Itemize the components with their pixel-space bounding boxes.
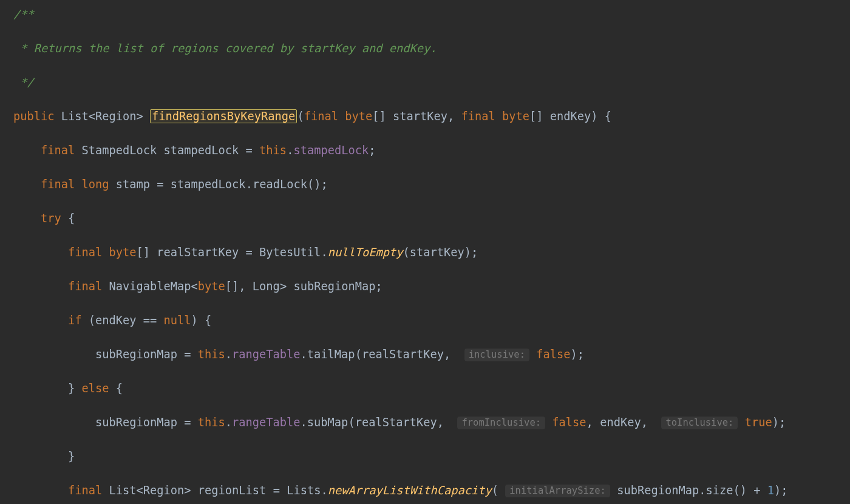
- method-name-highlight: findRegionsByKeyRange: [150, 109, 297, 123]
- javadoc-body: * Returns the list of regions covered by…: [13, 42, 437, 55]
- code-line: final long stamp = stampedLock.readLock(…: [0, 176, 850, 193]
- code-line: final List<Region> regionList = Lists.ne…: [0, 482, 850, 499]
- code-line: */: [0, 74, 850, 91]
- code-line: subRegionMap = this.rangeTable.subMap(re…: [0, 414, 850, 431]
- code-line: subRegionMap = this.rangeTable.tailMap(r…: [0, 346, 850, 363]
- param-hint-to-inclusive: toInclusive:: [661, 417, 738, 429]
- code-line: final byte[] realStartKey = BytesUtil.nu…: [0, 244, 850, 261]
- code-line: public List<Region> findRegionsByKeyRang…: [0, 108, 850, 125]
- param-hint-from-inclusive: fromInclusive:: [457, 417, 545, 429]
- code-line: /**: [0, 6, 850, 23]
- code-line: * Returns the list of regions covered by…: [0, 40, 850, 57]
- code-line: } else {: [0, 380, 850, 397]
- code-editor[interactable]: /** * Returns the list of regions covere…: [0, 0, 850, 504]
- javadoc-open: /**: [13, 8, 34, 21]
- code-line: }: [0, 448, 850, 465]
- param-hint-inclusive: inclusive:: [464, 349, 529, 361]
- code-line: final NavigableMap<byte[], Long> subRegi…: [0, 278, 850, 295]
- code-line: try {: [0, 210, 850, 227]
- code-line: if (endKey == null) {: [0, 312, 850, 329]
- javadoc-close: */: [13, 76, 34, 89]
- code-line: final StampedLock stampedLock = this.sta…: [0, 142, 850, 159]
- param-hint-initial-array-size: initialArraySize:: [505, 485, 610, 497]
